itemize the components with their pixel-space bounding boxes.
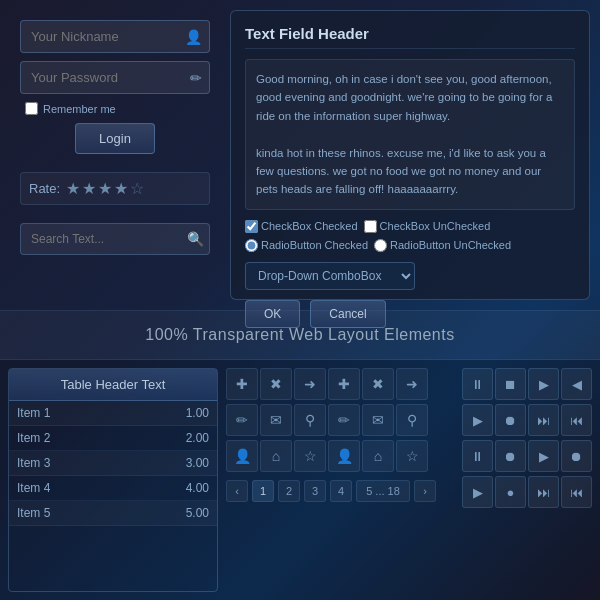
add-icon[interactable]: ✚ [226, 368, 258, 400]
close-icon[interactable]: ✖ [260, 368, 292, 400]
dialog-panel: Text Field Header Good morning, oh in ca… [230, 10, 590, 300]
edit-icon[interactable]: ✏ [226, 404, 258, 436]
row2-value: 2.00 [186, 431, 209, 445]
star-5[interactable]: ☆ [130, 179, 144, 198]
star-1[interactable]: ★ [66, 179, 80, 198]
icon-row-2: ✏ ✉ ⚲ ✏ ✉ ⚲ [226, 404, 454, 436]
icon-row-3: 👤 ⌂ ☆ 👤 ⌂ ☆ [226, 440, 454, 472]
table-row: Item 4 4.00 [9, 476, 217, 501]
ok-button[interactable]: OK [245, 300, 300, 328]
media-panel: ⏸ ⏹ ▶ ◀ ▶ ⏺ ⏭ ⏮ ⏸ ⏺ ▶ ⏺ ▶ ● ⏭ ⏮ [462, 368, 592, 592]
star-3[interactable]: ★ [98, 179, 112, 198]
user-icon: 👤 [185, 29, 202, 45]
add-icon-2[interactable]: ✚ [328, 368, 360, 400]
search-icon-2[interactable]: ⚲ [396, 404, 428, 436]
next-page-button[interactable]: › [414, 480, 436, 502]
dialog-title: Text Field Header [245, 25, 575, 49]
pagination: ‹ 1 2 3 4 5 ... 18 › [226, 480, 454, 502]
media-row-4: ▶ ● ⏭ ⏮ [462, 476, 592, 508]
star-2[interactable]: ★ [82, 179, 96, 198]
search-wrapper: 🔍 [20, 223, 210, 255]
star-4[interactable]: ★ [114, 179, 128, 198]
cancel-button[interactable]: Cancel [310, 300, 385, 328]
row3-value: 3.00 [186, 456, 209, 470]
stop-button[interactable]: ⏹ [495, 368, 526, 400]
skip-next-button-2[interactable]: ⏭ [528, 476, 559, 508]
search-button[interactable]: 🔍 [187, 231, 204, 247]
star-icon[interactable]: ☆ [294, 440, 326, 472]
play-button[interactable]: ▶ [528, 368, 559, 400]
row5-value: 5.00 [186, 506, 209, 520]
play-button-2[interactable]: ▶ [462, 404, 493, 436]
record-button-2[interactable]: ⏺ [495, 440, 526, 472]
page-2-button[interactable]: 2 [278, 480, 300, 502]
row3-label: Item 3 [17, 456, 50, 470]
skip-prev-button[interactable]: ⏮ [561, 404, 592, 436]
nickname-wrapper: 👤 [20, 20, 210, 53]
combo-row: Drop-Down ComboBox Option 2 Option 3 [245, 262, 575, 290]
star-rating[interactable]: ★ ★ ★ ★ ☆ [66, 179, 144, 198]
home-icon[interactable]: ⌂ [260, 440, 292, 472]
media-row-1: ⏸ ⏹ ▶ ◀ [462, 368, 592, 400]
combo-select[interactable]: Drop-Down ComboBox Option 2 Option 3 [245, 262, 415, 290]
table-row: Item 5 5.00 [9, 501, 217, 526]
radio-unchecked-label: RadioButton UnChecked [390, 239, 511, 251]
remember-row: Remember me [20, 102, 210, 115]
dialog-options: CheckBox Checked CheckBox UnChecked Radi… [245, 220, 575, 252]
banner-text: 100% Transparent Web Layout Elements [145, 326, 454, 344]
circle-button[interactable]: ● [495, 476, 526, 508]
page-1-button[interactable]: 1 [252, 480, 274, 502]
checkbox-unchecked[interactable] [364, 220, 377, 233]
nickname-input[interactable] [20, 20, 210, 53]
rate-row: Rate: ★ ★ ★ ★ ☆ [20, 172, 210, 205]
radio-unchecked-item[interactable]: RadioButton UnChecked [374, 239, 511, 252]
table-panel: Table Header Text Item 1 1.00 Item 2 2.0… [8, 368, 218, 592]
record-button[interactable]: ⏺ [495, 404, 526, 436]
user-icon[interactable]: 👤 [226, 440, 258, 472]
search-icon[interactable]: ⚲ [294, 404, 326, 436]
close-icon-2[interactable]: ✖ [362, 368, 394, 400]
skip-next-button[interactable]: ⏭ [528, 404, 559, 436]
home-icon-2[interactable]: ⌂ [362, 440, 394, 472]
checkbox-checked[interactable] [245, 220, 258, 233]
radio-checked[interactable] [245, 239, 258, 252]
skip-prev-button-2[interactable]: ⏮ [561, 476, 592, 508]
star-icon-2[interactable]: ☆ [396, 440, 428, 472]
arrow-icon-2[interactable]: ➜ [396, 368, 428, 400]
page-4-button[interactable]: 4 [330, 480, 352, 502]
prev-button[interactable]: ◀ [561, 368, 592, 400]
checkbox-checked-item[interactable]: CheckBox Checked [245, 220, 358, 233]
bottom-section: Table Header Text Item 1 1.00 Item 2 2.0… [0, 360, 600, 600]
record-button-3[interactable]: ⏺ [561, 440, 592, 472]
search-input[interactable] [20, 223, 210, 255]
pause-button[interactable]: ⏸ [462, 368, 493, 400]
login-button[interactable]: Login [75, 123, 155, 154]
table-header: Table Header Text [9, 369, 217, 401]
radio-checked-label: RadioButton Checked [261, 239, 368, 251]
page-5-button[interactable]: 5 ... 18 [356, 480, 410, 502]
edit-icon-2[interactable]: ✏ [328, 404, 360, 436]
radio-checked-item[interactable]: RadioButton Checked [245, 239, 368, 252]
mail-icon-2[interactable]: ✉ [362, 404, 394, 436]
rate-label: Rate: [29, 181, 60, 196]
password-wrapper: ✏ [20, 61, 210, 94]
pen-icon: ✏ [190, 70, 202, 86]
remember-checkbox[interactable] [25, 102, 38, 115]
checkbox-unchecked-item[interactable]: CheckBox UnChecked [364, 220, 491, 233]
mail-icon[interactable]: ✉ [260, 404, 292, 436]
play-button-4[interactable]: ▶ [462, 476, 493, 508]
prev-page-button[interactable]: ‹ [226, 480, 248, 502]
play-button-3[interactable]: ▶ [528, 440, 559, 472]
media-row-3: ⏸ ⏺ ▶ ⏺ [462, 440, 592, 472]
page-3-button[interactable]: 3 [304, 480, 326, 502]
pause-button-2[interactable]: ⏸ [462, 440, 493, 472]
checkbox-checked-label: CheckBox Checked [261, 220, 358, 232]
arrow-icon[interactable]: ➜ [294, 368, 326, 400]
user-icon-2[interactable]: 👤 [328, 440, 360, 472]
table-row: Item 2 2.00 [9, 426, 217, 451]
radio-unchecked[interactable] [374, 239, 387, 252]
checkbox-unchecked-label: CheckBox UnChecked [380, 220, 491, 232]
dialog-body: Good morning, oh in case i don't see you… [245, 59, 575, 210]
password-input[interactable] [20, 61, 210, 94]
row4-value: 4.00 [186, 481, 209, 495]
